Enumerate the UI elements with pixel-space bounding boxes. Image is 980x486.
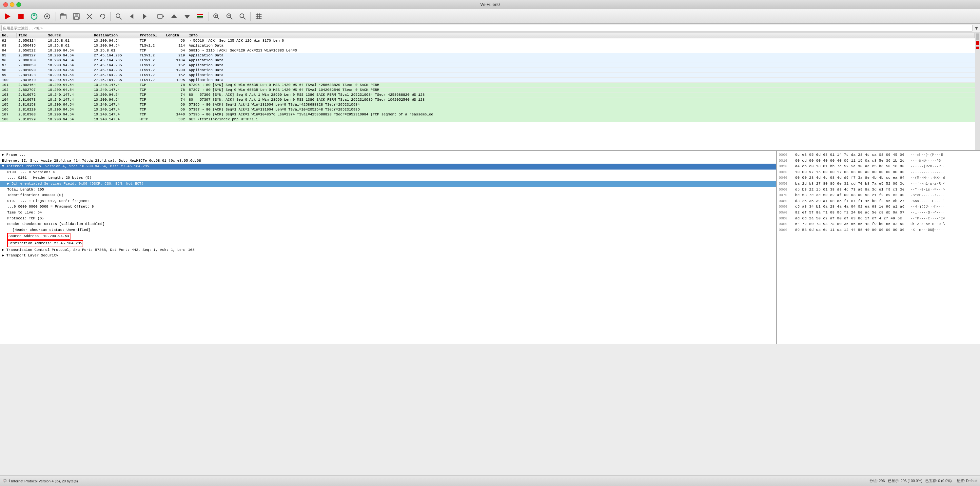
table-row[interactable]: 99 2.801428 10.200.94.54 27.45.164.235 T… <box>0 73 975 78</box>
detail-line: ▶ Transport Layer Security <box>2 253 774 259</box>
svg-marker-3 <box>33 14 35 16</box>
detail-line: Identification: 0x0000 (0) <box>2 193 774 198</box>
detail-line[interactable]: ▶ Differentiated Services Field: 0x00 (D… <box>0 181 776 187</box>
toolbar <box>0 9 980 24</box>
svg-point-14 <box>116 14 120 18</box>
open-file-button[interactable] <box>57 11 69 22</box>
bottom-area: ▶ Frame ...Ethernet II, Src: Apple_28:4d… <box>0 151 980 344</box>
scroll-up-button[interactable] <box>168 11 180 22</box>
window-controls[interactable] <box>3 2 21 7</box>
detail-line: Header Checksum: 0x1115 [validation disa… <box>2 221 774 227</box>
svg-point-5 <box>46 15 48 18</box>
filter-dropdown-button[interactable]: ▼ <box>974 25 979 31</box>
toolbar-separator-2 <box>110 12 111 21</box>
detail-line: Ethernet II, Src: Apple_28:4d:ca (14:7d:… <box>2 158 774 164</box>
svg-point-32 <box>240 14 244 18</box>
detail-line: Time to Live: 64 <box>2 210 774 216</box>
table-row[interactable]: 93 2.656435 10.25.8.61 10.200.94.54 TLSv… <box>0 43 975 48</box>
filter-input[interactable] <box>1 25 973 32</box>
svg-rect-18 <box>158 14 162 18</box>
status-shark-icon: 🦈 <box>3 479 7 483</box>
svg-marker-21 <box>184 15 190 19</box>
table-row[interactable]: 92 2.656324 10.25.8.01 10.200.94.54 TCP … <box>0 38 975 43</box>
svg-rect-7 <box>61 13 63 15</box>
go-to-packet-button[interactable] <box>155 11 167 22</box>
forward-button[interactable] <box>139 11 151 22</box>
zoom-normal-button[interactable] <box>237 11 248 22</box>
table-row[interactable]: 94 2.656522 10.200.94.54 10.25.8.61 TCP … <box>0 48 975 53</box>
scroll-down-button[interactable] <box>181 11 193 22</box>
toolbar-separator-5 <box>250 12 251 21</box>
svg-marker-13 <box>100 15 102 17</box>
window-title: Wi-Fi: en0 <box>480 2 500 7</box>
table-row[interactable]: 105 2.810158 10.200.94.54 10.240.147.4 T… <box>0 102 975 107</box>
packet-list-scrollbar[interactable] <box>975 33 980 150</box>
table-row[interactable]: 95 2.800327 10.200.94.54 27.45.164.235 T… <box>0 53 975 58</box>
col-header-no[interactable]: No. <box>0 33 16 38</box>
hex-line: 00009c e8 95 6d 68 01 14 7d da 28 4d ca … <box>779 152 978 158</box>
start-capture-button[interactable] <box>2 11 14 22</box>
detail-line: Source Address: 10.200.94.54 <box>2 233 774 240</box>
detail-line[interactable]: ▶ Transmission Control Protocol, Src Por… <box>2 247 774 253</box>
zoom-in-button[interactable] <box>210 11 222 22</box>
detail-panel: ▶ Frame ...Ethernet II, Src: Apple_28:4d… <box>0 151 777 344</box>
status-left: 🦈 ℹ Internet Protocol Version 4 (ip), 20… <box>3 479 78 483</box>
table-row[interactable]: 101 2.802464 10.200.94.54 10.240.147.4 T… <box>0 83 975 88</box>
resize-columns-button[interactable] <box>253 11 264 22</box>
hex-line: 00a092 ef 5f 8a f1 08 06 f2 24 b0 ac 5e … <box>779 210 978 216</box>
hex-line: 00b0ad 6d 2a 50 c2 af 00 ef 63 b6 1f ef … <box>779 216 978 221</box>
table-row[interactable]: 104 2.810073 10.240.147.4 10.200.94.54 T… <box>0 97 975 102</box>
status-stats-text: 分组: 296 · 已显示: 296 (100.0%) · 已丢弃: 0 (0.… <box>870 479 952 483</box>
table-row[interactable]: 97 2.800850 10.200.94.54 27.45.164.235 T… <box>0 63 975 68</box>
packet-list[interactable]: No. Time Source Destination Protocol Len… <box>0 33 980 151</box>
table-row[interactable]: 102 2.802797 10.200.94.54 10.240.147.4 T… <box>0 88 975 92</box>
back-button[interactable] <box>126 11 138 22</box>
zoom-out-button[interactable] <box>224 11 235 22</box>
svg-rect-23 <box>197 16 203 17</box>
detail-line[interactable]: ▼ Internet Protocol Version 4, Src: 10.2… <box>0 164 776 169</box>
svg-rect-9 <box>75 13 78 16</box>
stop-capture-button[interactable] <box>15 11 27 22</box>
maximize-button[interactable] <box>16 2 21 7</box>
table-row[interactable]: 106 2.810220 10.200.94.54 10.240.147.4 T… <box>0 107 975 112</box>
close-file-button[interactable] <box>84 11 95 22</box>
col-header-length[interactable]: Length <box>164 33 187 38</box>
detail-line: ...0 0000 0000 0000 = Fragment Offset: 0 <box>2 204 774 210</box>
find-button[interactable] <box>113 11 124 22</box>
hex-line: 0080d3 25 35 39 a1 0c e5 f1 c7 f1 45 bc … <box>779 198 978 204</box>
table-row[interactable]: 98 2.801090 10.200.94.54 27.45.164.235 T… <box>0 68 975 73</box>
hex-line: 004000 00 28 4d 4c 08 4d d6 f7 3a 8e 4b … <box>779 175 978 181</box>
svg-line-15 <box>119 18 122 19</box>
col-header-destination[interactable]: Destination <box>92 33 138 38</box>
table-row[interactable]: 103 2.810072 10.240.147.4 10.200.94.54 T… <box>0 92 975 97</box>
hex-line: 0070be 53 7e 3e 50 c2 af 00 03 00 98 21 … <box>779 193 978 198</box>
save-file-button[interactable] <box>70 11 82 22</box>
svg-rect-24 <box>197 18 203 18</box>
col-header-protocol[interactable]: Protocol <box>138 33 164 38</box>
hex-line: 0020a4 eb e0 18 01 bb 7c 52 5a 30 ad c5 … <box>779 164 978 169</box>
toolbar-separator-4 <box>208 12 208 21</box>
packet-table: No. Time Source Destination Protocol Len… <box>0 33 975 122</box>
col-header-source[interactable]: Source <box>46 33 92 38</box>
restart-capture-button[interactable] <box>28 11 40 22</box>
svg-rect-10 <box>75 17 78 19</box>
color-rules-button[interactable] <box>194 11 206 22</box>
toolbar-separator-1 <box>55 12 56 21</box>
close-button[interactable] <box>3 2 8 7</box>
minimize-button[interactable] <box>10 2 14 7</box>
hex-line: 001000 cd 00 00 40 00 40 06 11 15 0a c8 … <box>779 158 978 164</box>
detail-line[interactable]: ▶ Frame ... <box>2 152 774 158</box>
svg-rect-6 <box>60 14 66 19</box>
table-row[interactable]: 108 2.810329 10.200.94.54 10.240.147.4 H… <box>0 117 975 122</box>
reload-button[interactable] <box>97 11 108 22</box>
table-row[interactable]: 100 2.801640 10.200.94.54 27.45.164.235 … <box>0 78 975 83</box>
detail-line: Destination Address: 27.45.164.235 <box>2 240 774 247</box>
hex-line: 003010 00 97 15 00 00 17 03 03 00 a0 00 … <box>779 169 978 175</box>
svg-marker-19 <box>162 15 164 18</box>
options-button[interactable] <box>41 11 53 22</box>
col-header-time[interactable]: Time <box>16 33 46 38</box>
table-row[interactable]: 107 2.810303 10.200.94.54 10.240.147.4 T… <box>0 112 975 117</box>
col-header-info[interactable]: Info <box>187 33 975 38</box>
table-row[interactable]: 96 2.800780 10.200.94.54 27.45.164.235 T… <box>0 58 975 63</box>
svg-rect-22 <box>197 14 203 15</box>
